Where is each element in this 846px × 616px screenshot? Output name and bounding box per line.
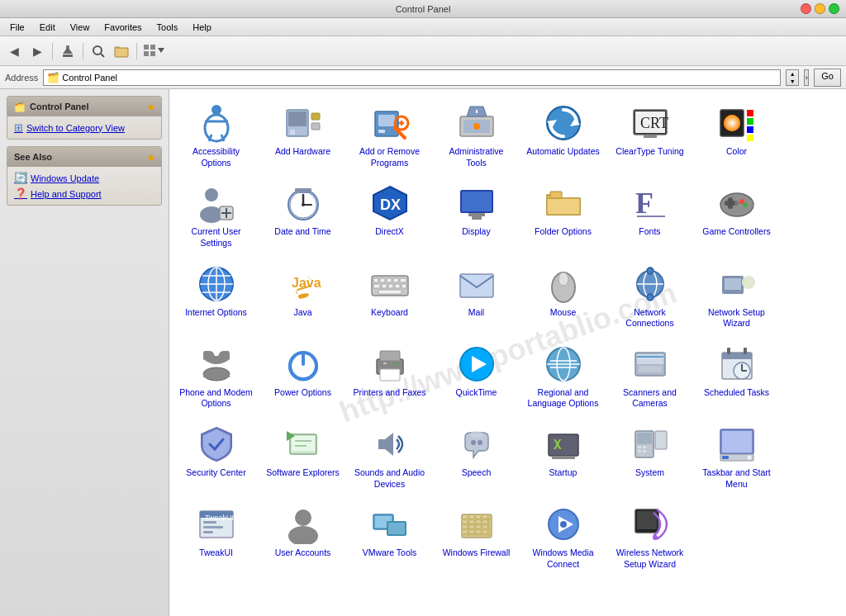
add-hardware-icon (283, 103, 323, 143)
search-button[interactable] (88, 40, 109, 62)
icon-item-system[interactable]: System (606, 417, 693, 497)
printers-and-faxes-icon (370, 344, 410, 384)
icon-item-add-hardware[interactable]: Add Hardware (259, 96, 346, 176)
icon-item-display[interactable]: Display (433, 176, 520, 256)
icon-item-cleartype-tuning[interactable]: CRTClearType Tuning (606, 96, 693, 176)
icon-item-startup[interactable]: XStartup (520, 417, 606, 497)
svg-rect-151 (638, 450, 641, 453)
windows-media-connect-icon (544, 505, 583, 544)
svg-point-105 (647, 294, 654, 301)
icon-item-accessibility-options[interactable]: AccessibilityOptions (173, 96, 259, 176)
back-button[interactable]: ◀ (3, 40, 25, 62)
menu-favorites[interactable]: Favorites (97, 21, 148, 34)
icon-item-folder-options[interactable]: Folder Options (520, 176, 606, 256)
address-input-wrap[interactable]: 🗂️ Control Panel (43, 69, 781, 86)
folder-options-label: Folder Options (535, 226, 592, 238)
address-down-arrow[interactable]: ▼ (787, 78, 798, 85)
icon-item-windows-media-connect[interactable]: Windows MediaConnect (520, 497, 606, 577)
sounds-audio-devices-label: Sounds and AudioDevices (354, 467, 425, 490)
icon-item-mail[interactable]: Mail (433, 257, 520, 337)
icon-item-network-connections[interactable]: NetworkConnections (606, 257, 693, 337)
svg-rect-149 (637, 433, 652, 444)
windows-update-link[interactable]: 🔄 Windows Update (14, 172, 154, 184)
svg-point-75 (743, 202, 748, 207)
window-controls (801, 3, 839, 14)
icon-item-network-setup-wizard[interactable]: Network SetupWizard (693, 257, 780, 337)
icon-item-color[interactable]: Color (693, 96, 780, 176)
help-support-link[interactable]: ❓ Help and Support (14, 187, 154, 200)
address-bar: Address 🗂️ Control Panel ▲ ▼ › Go (0, 66, 846, 89)
svg-point-167 (288, 526, 318, 544)
internet-options-icon (197, 264, 236, 304)
menu-file[interactable]: File (3, 21, 31, 34)
svg-point-12 (205, 115, 228, 141)
icon-item-game-controllers[interactable]: Game Controllers (693, 176, 780, 256)
forward-button[interactable]: ▶ (26, 40, 48, 62)
views-button[interactable] (141, 42, 167, 60)
java-label: Java (293, 307, 311, 319)
minimize-button[interactable] (815, 3, 825, 14)
svg-rect-40 (747, 110, 753, 116)
svg-text:TweakUI: TweakUI (205, 514, 234, 522)
maximize-button[interactable] (829, 3, 839, 14)
icon-item-date-and-time[interactable]: Date and Time (259, 176, 346, 256)
icon-item-phone-modem-options[interactable]: Phone and ModemOptions (173, 337, 259, 417)
icon-item-directx[interactable]: DXDirectX (346, 176, 433, 256)
close-button[interactable] (801, 3, 811, 14)
menu-edit[interactable]: Edit (33, 21, 62, 34)
icon-item-taskbar-start-menu[interactable]: Taskbar and StartMenu (693, 417, 780, 497)
icon-item-mouse[interactable]: Mouse (520, 257, 606, 337)
svg-rect-87 (380, 278, 385, 282)
window-title: Control Panel (396, 4, 451, 14)
icon-item-internet-options[interactable]: Internet Options (173, 257, 259, 337)
wireless-network-setup-label: Wireless NetworkSetup Wizard (616, 547, 684, 570)
folders-button[interactable] (111, 40, 132, 62)
icon-item-current-user-settings[interactable]: Current UserSettings (173, 176, 259, 256)
menu-view[interactable]: View (64, 21, 97, 34)
icon-item-administrative-tools[interactable]: AdministrativeTools (433, 96, 520, 176)
control-panel-body: ⊞ Switch to Category View (7, 116, 161, 139)
icon-item-speech[interactable]: Speech (433, 417, 520, 497)
icon-item-printers-and-faxes[interactable]: Printers and Faxes (346, 337, 433, 417)
toolbar-separator-3 (136, 43, 137, 59)
icon-item-scheduled-tasks[interactable]: Scheduled Tasks (693, 337, 780, 417)
icon-item-security-center[interactable]: Security Center (173, 417, 259, 497)
icon-item-automatic-updates[interactable]: Automatic Updates (520, 96, 606, 176)
keyboard-icon (370, 264, 410, 304)
icon-item-java[interactable]: JavaJava (259, 257, 346, 337)
icon-item-user-accounts[interactable]: User Accounts (259, 497, 346, 577)
svg-point-144 (470, 431, 483, 438)
go-button[interactable]: Go (814, 69, 841, 87)
display-icon (457, 183, 497, 223)
administrative-tools-label: AdministrativeTools (449, 146, 504, 168)
automatic-updates-icon (544, 103, 583, 143)
taskbar-start-menu-label: Taskbar and StartMenu (702, 467, 770, 490)
icon-item-windows-firewall[interactable]: Windows Firewall (433, 497, 520, 577)
menu-bar: File Edit View Favorites Tools Help (0, 18, 846, 36)
icon-item-quicktime[interactable]: QuickTime (433, 337, 520, 417)
icon-item-fonts[interactable]: FFonts (606, 176, 693, 256)
icon-item-regional-language-options[interactable]: Regional andLanguage Options (520, 337, 606, 417)
icon-grid: AccessibilityOptionsAdd HardwareAdd or R… (173, 96, 843, 578)
icon-item-wireless-network-setup[interactable]: Wireless NetworkSetup Wizard (606, 497, 693, 577)
svg-rect-77 (736, 201, 738, 206)
up-button[interactable] (57, 40, 78, 62)
menu-tools[interactable]: Tools (150, 21, 185, 34)
svg-point-142 (471, 440, 476, 445)
fonts-label: Fonts (639, 226, 660, 238)
icon-item-vmware-tools[interactable]: VMware Tools (346, 497, 433, 577)
icon-item-sounds-audio-devices[interactable]: Sounds and AudioDevices (346, 417, 433, 497)
icon-item-keyboard[interactable]: Keyboard (346, 257, 433, 337)
icon-item-software-explorers[interactable]: Software Explorers (259, 417, 346, 497)
switch-category-link[interactable]: ⊞ Switch to Category View (14, 121, 154, 134)
windows-media-connect-label: Windows MediaConnect (532, 547, 593, 570)
icon-item-power-options[interactable]: Power Options (259, 337, 346, 417)
address-spinners[interactable]: ▲ ▼ (786, 69, 799, 86)
icon-item-tweakui[interactable]: TweakUITweakUI (173, 497, 259, 577)
software-explorers-label: Software Explorers (266, 467, 340, 479)
menu-help[interactable]: Help (186, 21, 218, 34)
icon-item-add-remove-programs[interactable]: Add or RemovePrograms (346, 96, 433, 176)
scheduled-tasks-icon (717, 344, 757, 384)
address-up-arrow[interactable]: ▲ (787, 70, 798, 78)
icon-item-scanners-and-cameras[interactable]: Scanners andCameras (606, 337, 693, 417)
